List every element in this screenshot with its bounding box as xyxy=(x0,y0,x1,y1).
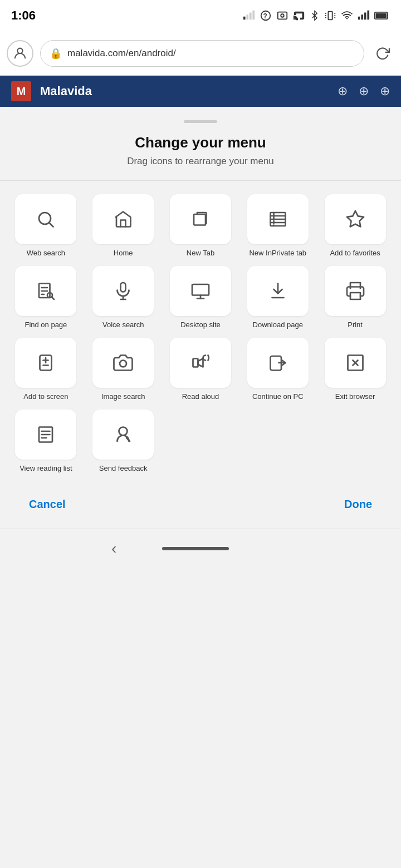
menu-icon-voice-search xyxy=(92,266,154,316)
menu-item-read-aloud[interactable]: Read aloud xyxy=(166,338,236,402)
cancel-button[interactable]: Cancel xyxy=(20,494,75,515)
status-icons: ? xyxy=(243,9,390,22)
menu-icon-new-tab xyxy=(170,194,231,244)
site-logo: M xyxy=(11,81,31,101)
menu-icon-print xyxy=(325,266,386,316)
menu-item-image-search[interactable]: Image search xyxy=(89,338,158,402)
svg-rect-18 xyxy=(367,11,369,20)
svg-rect-0 xyxy=(243,17,246,20)
menu-item-download-page[interactable]: Download page xyxy=(243,266,312,330)
menu-label-exit-browser: Exit browser xyxy=(335,392,375,402)
menu-label-add-to-screen: Add to screen xyxy=(23,392,68,402)
menu-label-print: Print xyxy=(348,320,363,330)
menu-label-new-inprivate-tab: New InPrivate tab xyxy=(249,249,306,258)
menu-item-web-search[interactable]: Web search xyxy=(11,194,81,258)
cast-icon xyxy=(293,9,305,22)
menu-item-add-to-screen[interactable]: Add to screen xyxy=(11,338,81,402)
nav-bar: ‹ xyxy=(0,529,401,569)
svg-point-7 xyxy=(281,14,284,17)
menu-label-find-on-page: Find on page xyxy=(25,320,67,330)
svg-marker-30 xyxy=(347,211,364,227)
svg-text:?: ? xyxy=(263,12,267,20)
svg-rect-15 xyxy=(358,17,360,20)
menu-icon-download-page xyxy=(247,266,309,316)
svg-line-36 xyxy=(52,297,54,299)
done-button[interactable]: Done xyxy=(335,494,381,515)
screenshot-icon xyxy=(276,9,288,22)
menu-item-desktop-site[interactable]: Desktop site xyxy=(166,266,236,330)
sheet-subtitle: Drag icons to rearrange your menu xyxy=(11,156,390,167)
menu-item-continue-on-pc[interactable]: Continue on PC xyxy=(243,338,312,402)
menu-label-send-feedback: Send feedback xyxy=(99,464,148,474)
wifi-icon xyxy=(341,9,353,22)
menu-item-find-on-page[interactable]: Find on page xyxy=(11,266,81,330)
menu-item-home[interactable]: Home xyxy=(89,194,158,258)
menu-label-read-aloud: Read aloud xyxy=(182,392,219,402)
menu-grid: Web searchHomeNew TabNew InPrivate tabAd… xyxy=(11,194,390,474)
menu-item-voice-search[interactable]: Voice search xyxy=(89,266,158,330)
svg-rect-3 xyxy=(252,11,255,20)
svg-rect-1 xyxy=(246,14,248,19)
menu-label-new-tab: New Tab xyxy=(187,249,214,258)
menu-item-exit-browser[interactable]: Exit browser xyxy=(320,338,390,402)
svg-point-50 xyxy=(120,360,126,367)
svg-marker-52 xyxy=(198,358,203,367)
svg-rect-20 xyxy=(376,13,387,18)
menu-item-send-feedback[interactable]: Send feedback xyxy=(89,410,158,474)
menu-item-new-inprivate-tab[interactable]: New InPrivate tab xyxy=(243,194,312,258)
svg-point-21 xyxy=(17,48,22,53)
menu-label-voice-search: Voice search xyxy=(102,320,144,330)
menu-item-print[interactable]: Print xyxy=(320,266,390,330)
menu-label-web-search: Web search xyxy=(27,249,65,258)
site-name: Malavida xyxy=(40,84,92,98)
home-indicator[interactable] xyxy=(162,547,229,550)
menu-icon-view-reading-list xyxy=(15,410,76,460)
divider xyxy=(0,180,401,181)
site-right-icons: ⊕ ⊕ ⊕ xyxy=(338,84,390,98)
bluetooth-icon xyxy=(310,9,320,22)
avatar-button[interactable] xyxy=(7,40,33,67)
menu-label-image-search: Image search xyxy=(101,392,145,402)
svg-rect-37 xyxy=(121,283,126,292)
menu-label-add-to-favorites: Add to favorites xyxy=(330,249,380,258)
svg-line-23 xyxy=(50,223,53,227)
svg-rect-6 xyxy=(278,12,287,19)
menu-icon-desktop-site xyxy=(170,266,231,316)
svg-rect-24 xyxy=(194,214,206,225)
browser-bar: 🔒 malavida.com/en/android/ xyxy=(0,31,401,76)
site-search-icon: ⊕ xyxy=(359,84,369,98)
battery-icon xyxy=(374,9,390,22)
menu-label-download-page: Download page xyxy=(253,320,303,330)
sheet-handle xyxy=(184,120,217,123)
site-android-icon: ⊕ xyxy=(338,84,348,98)
svg-rect-8 xyxy=(328,12,332,20)
cellular-icon xyxy=(358,9,370,22)
menu-icon-continue-on-pc xyxy=(247,338,309,388)
menu-label-continue-on-pc: Continue on PC xyxy=(252,392,304,402)
menu-icon-new-inprivate-tab xyxy=(247,194,309,244)
menu-icon-web-search xyxy=(15,194,76,244)
menu-label-view-reading-list: View reading list xyxy=(19,464,72,474)
bottom-sheet: Change your menu Drag icons to rearrange… xyxy=(0,107,401,529)
back-icon[interactable]: ‹ xyxy=(111,540,116,558)
menu-label-home: Home xyxy=(114,249,133,258)
sheet-footer: Cancel Done xyxy=(11,482,390,529)
vibrate-icon xyxy=(324,9,336,22)
url-bar[interactable]: 🔒 malavida.com/en/android/ xyxy=(40,40,364,67)
menu-item-view-reading-list[interactable]: View reading list xyxy=(11,410,81,474)
svg-rect-45 xyxy=(350,293,360,299)
menu-icon-image-search xyxy=(92,338,154,388)
svg-rect-40 xyxy=(192,284,209,295)
site-preview-bar: M Malavida ⊕ ⊕ ⊕ xyxy=(0,76,401,107)
svg-point-62 xyxy=(119,427,128,435)
menu-icon-add-to-favorites xyxy=(325,194,386,244)
sheet-title: Change your menu xyxy=(11,134,390,151)
menu-icon-add-to-screen xyxy=(15,338,76,388)
svg-rect-17 xyxy=(364,13,366,20)
menu-item-add-to-favorites[interactable]: Add to favorites xyxy=(320,194,390,258)
menu-icon-home xyxy=(92,194,154,244)
refresh-button[interactable] xyxy=(371,42,394,65)
signal-icon xyxy=(243,9,255,22)
svg-rect-16 xyxy=(361,14,363,19)
menu-item-new-tab[interactable]: New Tab xyxy=(166,194,236,258)
